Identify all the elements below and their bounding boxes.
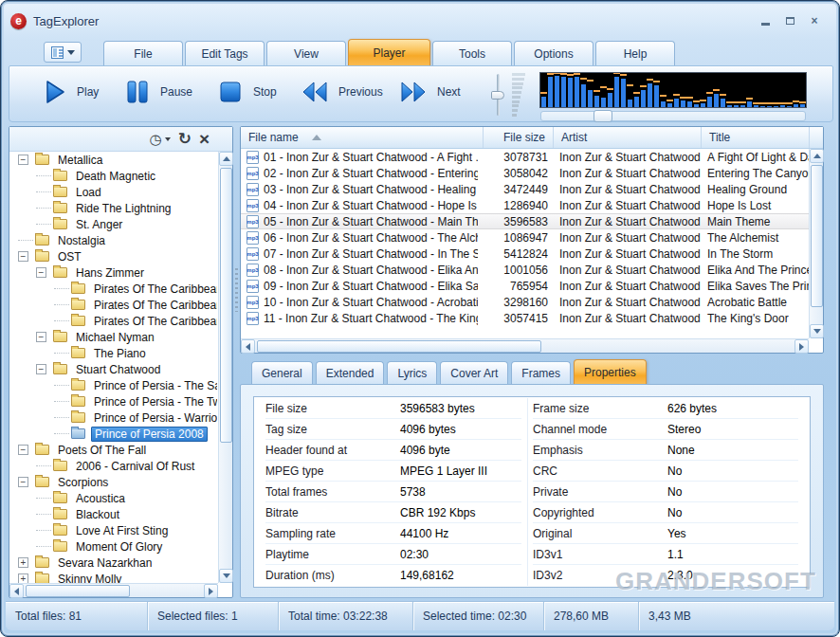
tree-item-the-piano[interactable]: The Piano (10, 345, 217, 361)
tree-item-michael-nyman[interactable]: −Michael Nyman (10, 329, 217, 345)
player-previous-button[interactable]: Previous (300, 78, 383, 106)
tab-player[interactable]: Player (348, 39, 430, 65)
file-row[interactable]: mp305 - Inon Zur & Stuart Chatwood - Mai… (241, 213, 809, 229)
collapse-icon[interactable]: − (36, 267, 46, 278)
list-vertical-scrollbar[interactable] (809, 149, 823, 338)
scroll-left-button[interactable] (9, 584, 24, 598)
scroll-right-button[interactable] (204, 584, 218, 598)
list-vscroll-thumb[interactable] (811, 165, 823, 307)
file-row[interactable]: mp306 - Inon Zur & Stuart Chatwood - The… (241, 229, 809, 246)
minimize-button[interactable] (758, 14, 773, 27)
detail-tab-extended[interactable]: Extended (316, 361, 385, 384)
spectrum-bar-fill (588, 90, 593, 107)
column-header-title[interactable]: Title (702, 127, 810, 148)
scroll-down-button[interactable] (219, 569, 233, 583)
close-button[interactable]: × (807, 14, 822, 27)
player-stop-button[interactable]: Stop (216, 78, 277, 106)
file-row[interactable]: mp310 - Inon Zur & Stuart Chatwood - Acr… (241, 294, 809, 310)
tree-item-prince-of-persia-the-two[interactable]: Prince of Persia - The Two (10, 393, 217, 410)
collapse-icon[interactable]: − (18, 155, 28, 165)
tree-item-prince-of-persia-warrior-w[interactable]: Prince of Persia - Warrior W (10, 410, 217, 426)
column-header-file-name[interactable]: File name (241, 127, 484, 148)
detail-tab-properties[interactable]: Properties (574, 359, 647, 384)
scroll-up-button[interactable] (219, 152, 233, 166)
tab-options[interactable]: Options (514, 41, 593, 65)
list-hscroll-thumb[interactable] (257, 340, 541, 353)
tab-help[interactable]: Help (595, 41, 675, 65)
tab-file[interactable]: File (103, 41, 183, 65)
seek-thumb[interactable] (593, 110, 612, 122)
tree-vscroll-thumb[interactable] (220, 168, 232, 443)
collapse-icon[interactable]: − (36, 364, 46, 374)
collapse-icon[interactable]: − (18, 477, 28, 487)
volume-thumb[interactable] (491, 91, 504, 100)
detail-tab-general[interactable]: General (251, 361, 313, 384)
scroll-up-button[interactable] (810, 149, 824, 163)
tree-item-load[interactable]: Load (10, 184, 217, 200)
refresh-icon[interactable]: ↻ (178, 129, 192, 149)
tree-item-ride-the-lightning[interactable]: Ride The Lightning (10, 200, 217, 216)
tree-item-skinny-molly[interactable]: +Skinny Molly (10, 571, 217, 583)
tree-item-moment-of-glory[interactable]: Moment Of Glory (10, 538, 217, 555)
tab-edit-tags[interactable]: Edit Tags (185, 41, 265, 65)
tree-item-scorpions[interactable]: −Scorpions (10, 474, 217, 490)
tree-item-death-magnetic[interactable]: Death Magnetic (10, 168, 217, 184)
file-row[interactable]: mp309 - Inon Zur & Stuart Chatwood - Eli… (241, 278, 809, 294)
resize-grip[interactable] (831, 628, 834, 631)
collapse-icon[interactable]: − (18, 445, 28, 455)
file-row[interactable]: mp301 - Inon Zur & Stuart Chatwood - A F… (241, 149, 809, 165)
player-pause-button[interactable]: Pause (123, 78, 192, 106)
scroll-right-button[interactable] (794, 339, 809, 354)
tree-item-2006-carnival-of-rust[interactable]: 2006 - Carnival Of Rust (10, 458, 217, 474)
tree-item-prince-of-persia-the-sand[interactable]: Prince of Persia - The Sand (10, 377, 217, 393)
close-icon[interactable]: × (199, 133, 210, 146)
detail-tab-cover-art[interactable]: Cover Art (440, 361, 508, 384)
seek-bar[interactable] (540, 111, 806, 121)
file-row[interactable]: mp304 - Inon Zur & Stuart Chatwood - Hop… (241, 197, 809, 213)
column-header-file-size[interactable]: File size (484, 127, 554, 148)
file-row[interactable]: mp308 - Inon Zur & Stuart Chatwood - Eli… (241, 262, 809, 278)
panel-splitter[interactable] (233, 126, 240, 598)
tree-item-stuart-chatwood[interactable]: −Stuart Chatwood (10, 361, 217, 377)
list-horizontal-scrollbar[interactable] (241, 338, 809, 353)
file-row[interactable]: mp307 - Inon Zur & Stuart Chatwood - In … (241, 246, 809, 262)
tree-item-pirates-of-the-caribbean[interactable]: Pirates Of The Caribbean - (10, 281, 217, 297)
tree-item-blackout[interactable]: Blackout (10, 506, 217, 522)
tree-item-metallica[interactable]: −Metallica (10, 152, 217, 168)
tab-view[interactable]: View (266, 41, 346, 65)
tree-vertical-scrollbar[interactable] (218, 152, 232, 583)
spectrum-bar-fill (787, 106, 792, 107)
collapse-icon[interactable]: − (18, 251, 28, 262)
detail-tab-frames[interactable]: Frames (511, 361, 571, 384)
tree-item-sevara-nazarkhan[interactable]: +Sevara Nazarkhan (10, 555, 217, 571)
file-row[interactable]: mp303 - Inon Zur & Stuart Chatwood - Hea… (241, 181, 809, 197)
detail-tab-lyrics[interactable]: Lyrics (387, 361, 437, 384)
expand-icon[interactable]: + (18, 557, 28, 568)
tree-item-nostalgia[interactable]: Nostalgia (10, 232, 217, 248)
maximize-button[interactable] (782, 14, 797, 27)
expand-icon[interactable]: + (18, 573, 28, 583)
column-header-artist[interactable]: Artist (554, 127, 702, 148)
tree-item-pirates-of-the-caribbean[interactable]: Pirates Of The Caribbean - (10, 297, 217, 313)
file-row[interactable]: mp311 - Inon Zur & Stuart Chatwood - The… (241, 310, 809, 326)
volume-slider[interactable] (491, 74, 504, 116)
tree-hscroll-thumb[interactable] (26, 585, 130, 597)
tree-item-hans-zimmer[interactable]: −Hans Zimmer (10, 264, 217, 281)
clock-icon[interactable]: ◷ (150, 131, 171, 148)
tab-tools[interactable]: Tools (432, 41, 512, 65)
tree-item-st-anger[interactable]: St. Anger (10, 216, 217, 232)
tree-item-poets-of-the-fall[interactable]: −Poets Of The Fall (10, 442, 217, 458)
tree-item-love-at-first-sting[interactable]: Love At First Sting (10, 522, 217, 538)
tree-horizontal-scrollbar[interactable] (9, 583, 218, 597)
collapse-icon[interactable]: − (36, 332, 46, 342)
scroll-left-button[interactable] (241, 339, 255, 354)
player-next-button[interactable]: Next (398, 78, 461, 106)
player-play-button[interactable]: Play (40, 78, 99, 106)
tree-item-prince-of-persia-2008[interactable]: Prince of Persia 2008 (10, 426, 217, 442)
tree-item-acoustica[interactable]: Acoustica (10, 490, 217, 506)
view-options-button[interactable] (44, 42, 82, 63)
scroll-down-button[interactable] (810, 324, 824, 338)
tree-item-pirates-of-the-caribbean[interactable]: Pirates Of The Caribbean - (10, 313, 217, 329)
tree-item-ost[interactable]: −OST (10, 248, 217, 264)
file-row[interactable]: mp302 - Inon Zur & Stuart Chatwood - Ent… (241, 165, 809, 181)
